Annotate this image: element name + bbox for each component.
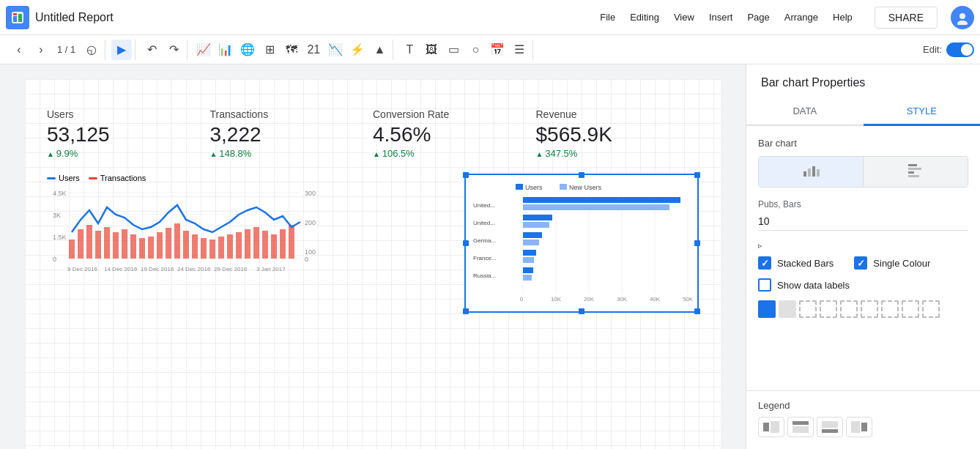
image-button[interactable]: 🖼 <box>421 40 442 60</box>
svg-rect-88 <box>908 175 919 177</box>
legend-pos-bottom[interactable] <box>817 417 843 437</box>
legend-pos-top[interactable] <box>787 417 814 437</box>
panel-content: Bar chart <box>746 126 980 390</box>
rect-button[interactable]: ▭ <box>443 40 464 60</box>
redo-button[interactable]: ↷ <box>163 40 184 60</box>
sparkline-button[interactable]: 📉 <box>325 40 346 60</box>
svg-text:0: 0 <box>53 256 56 263</box>
horizontal-bars-button[interactable] <box>864 157 968 187</box>
color-swatch-custom-6[interactable] <box>902 300 919 318</box>
select-tool-button[interactable]: ▶ <box>111 40 132 60</box>
metric-transactions-label: Transactions <box>210 108 359 120</box>
color-swatch-custom-7[interactable] <box>922 300 940 318</box>
history-button[interactable]: ◵ <box>81 40 102 60</box>
menu-arrange[interactable]: Arrange <box>777 9 825 26</box>
panel-title: Bar chart Properties <box>746 64 980 98</box>
next-page-button[interactable]: › <box>31 40 51 60</box>
bullet-button[interactable]: ⚡ <box>347 40 368 60</box>
number-button[interactable]: 21 <box>303 40 324 60</box>
svg-rect-21 <box>95 231 101 259</box>
resize-handle-tm[interactable] <box>579 172 584 178</box>
color-swatch-custom-5[interactable] <box>881 300 899 318</box>
undo-button[interactable]: ↶ <box>141 40 162 60</box>
svg-rect-40 <box>262 231 268 259</box>
menu-help[interactable]: Help <box>825 9 860 26</box>
resize-handle-tr[interactable] <box>694 172 700 178</box>
svg-text:Germa...: Germa... <box>473 237 496 244</box>
menu-view[interactable]: View <box>667 9 702 26</box>
svg-rect-32 <box>192 234 198 259</box>
menu-insert[interactable]: Insert <box>702 9 740 26</box>
resize-handle-ml[interactable] <box>463 240 469 246</box>
svg-rect-82 <box>808 168 811 177</box>
tab-style[interactable]: STYLE <box>864 98 981 126</box>
share-button[interactable]: SHARE <box>875 7 938 29</box>
menu-file[interactable]: File <box>593 9 623 26</box>
menu-editing[interactable]: Editing <box>623 9 667 26</box>
bar-chart-button[interactable]: 📊 <box>215 40 236 60</box>
canvas[interactable]: Users 53,125 9.9% Transactions 3,222 148… <box>0 64 746 449</box>
svg-rect-18 <box>69 240 75 259</box>
svg-rect-42 <box>280 229 286 259</box>
globe-button[interactable]: 🗺 <box>281 40 302 60</box>
metric-users-value: 53,125 <box>47 123 196 146</box>
svg-rect-64 <box>523 215 552 220</box>
grouped-bars-button[interactable] <box>759 157 864 187</box>
svg-rect-68 <box>523 240 539 245</box>
svg-text:300: 300 <box>305 190 316 197</box>
metric-users-change: 9.9% <box>47 148 196 159</box>
svg-rect-96 <box>861 423 867 431</box>
svg-text:29 Dec 2016: 29 Dec 2016 <box>214 266 248 272</box>
line-chart-button[interactable]: 📈 <box>193 40 214 60</box>
color-swatch-blue[interactable] <box>758 300 776 318</box>
resize-handle-br[interactable] <box>694 308 700 314</box>
metric-users: Users 53,125 9.9% <box>47 108 210 159</box>
area-chart-button[interactable]: ▲ <box>369 40 390 60</box>
filter-button[interactable]: ☰ <box>509 40 530 60</box>
charts-row: Users Transactions 4.5K 3K 1.5K 0 <box>25 166 721 320</box>
bar-chart-container[interactable]: Users New Users United... <box>464 174 699 313</box>
resize-handle-mr[interactable] <box>694 240 700 246</box>
svg-text:20K: 20K <box>584 296 595 303</box>
svg-rect-91 <box>792 421 809 425</box>
svg-text:100: 100 <box>305 248 316 256</box>
geo-button[interactable]: 🌐 <box>237 40 258 60</box>
text-button[interactable]: T <box>399 40 420 60</box>
svg-rect-33 <box>201 238 207 259</box>
edit-toggle-area: Edit: <box>923 42 974 57</box>
legend-pos-right[interactable] <box>846 417 872 437</box>
single-colour-checkbox[interactable]: ✓ <box>854 256 867 270</box>
svg-rect-38 <box>245 229 250 259</box>
doc-title: Untitled Report <box>35 11 114 24</box>
color-swatch-custom-3[interactable] <box>840 300 858 318</box>
metric-revenue: Revenue $565.9K 347.5% <box>536 108 699 159</box>
color-swatch-custom-1[interactable] <box>799 300 817 318</box>
legend-users-dot <box>47 177 56 179</box>
svg-rect-65 <box>523 222 549 228</box>
color-swatch-custom-4[interactable] <box>861 300 878 318</box>
color-swatch-custom-2[interactable] <box>820 300 837 318</box>
line-chart-svg: 4.5K 3K 1.5K 0 300 200 100 0 <box>47 187 333 304</box>
single-colour-label: Single Colour <box>873 258 930 269</box>
app-logo <box>6 6 29 29</box>
svg-rect-22 <box>104 227 110 259</box>
topbar: Untitled Report File Editing View Insert… <box>0 0 980 35</box>
pubs-bars-input[interactable] <box>758 212 968 231</box>
tab-data[interactable]: DATA <box>746 98 864 126</box>
stacked-bars-checkbox[interactable]: ✓ <box>758 256 771 270</box>
show-data-labels-checkbox[interactable] <box>758 278 771 292</box>
prev-page-button[interactable]: ‹ <box>9 40 29 60</box>
svg-rect-43 <box>289 225 294 259</box>
circle-button[interactable]: ○ <box>465 40 486 60</box>
date-button[interactable]: 📅 <box>487 40 508 60</box>
legend-pos-left[interactable] <box>758 417 784 437</box>
color-swatch-gray[interactable] <box>779 300 796 318</box>
svg-rect-35 <box>218 237 224 259</box>
table-button[interactable]: ⊞ <box>259 40 280 60</box>
svg-rect-28 <box>157 232 163 259</box>
resize-handle-tl[interactable] <box>463 172 469 178</box>
resize-handle-bm[interactable] <box>579 308 584 314</box>
resize-handle-bl[interactable] <box>463 308 469 314</box>
edit-toggle[interactable] <box>946 42 974 57</box>
menu-page[interactable]: Page <box>740 9 776 26</box>
